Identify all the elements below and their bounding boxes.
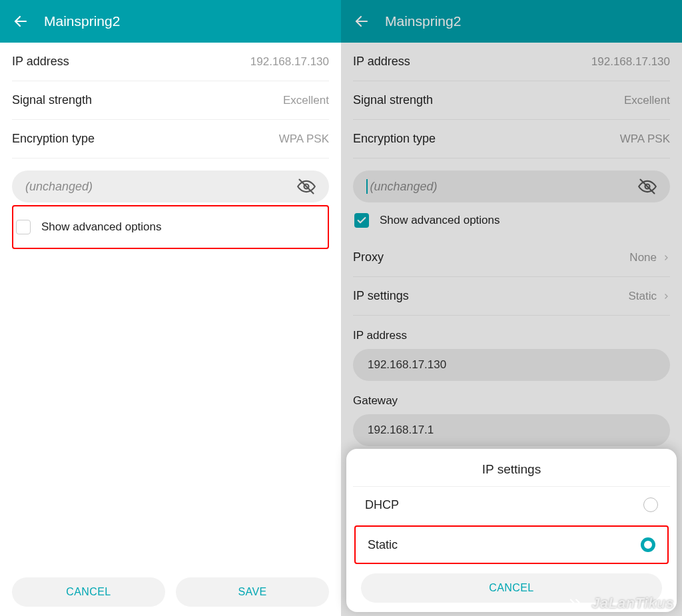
- advanced-label: Show advanced options: [380, 214, 500, 227]
- gateway-field-label: Gateway: [353, 385, 670, 414]
- ip-label: IP address: [353, 55, 410, 69]
- ip-value: 192.168.17.130: [591, 55, 670, 69]
- encryption-value: WPA PSK: [279, 133, 329, 146]
- ip-address-field-label: IP address: [353, 320, 670, 349]
- toggle-visibility-button[interactable]: [297, 177, 316, 196]
- advanced-label: Show advanced options: [41, 220, 162, 234]
- footer-buttons: CANCEL SAVE: [0, 577, 341, 607]
- option-dhcp-label: DHCP: [365, 498, 399, 512]
- back-button[interactable]: [12, 13, 29, 30]
- ip-settings-row[interactable]: IP settings Static: [353, 277, 670, 316]
- ip-row: IP address 192.168.17.130: [12, 43, 329, 81]
- password-input[interactable]: (unchanged): [12, 170, 329, 202]
- ip-settings-label: IP settings: [353, 289, 409, 303]
- radio-selected-icon: [641, 537, 655, 552]
- chevron-right-icon: [662, 292, 670, 300]
- highlight-box-advanced: Show advanced options: [12, 205, 329, 249]
- back-arrow-icon: [13, 13, 29, 29]
- ip-row: IP address 192.168.17.130: [353, 43, 670, 81]
- signal-value: Excellent: [624, 94, 670, 107]
- checkmark-icon: [356, 215, 367, 226]
- signal-label: Signal strength: [353, 93, 433, 107]
- gateway-field: Gateway 192.168.17.1: [353, 385, 670, 446]
- encryption-row: Encryption type WPA PSK: [12, 120, 329, 158]
- proxy-value: None: [629, 251, 657, 264]
- header-bar: Mainspring2: [341, 0, 682, 43]
- ip-settings-sheet: IP settings DHCP Static CANCEL: [346, 449, 677, 612]
- signal-value: Excellent: [283, 94, 329, 107]
- chevron-right-icon: [662, 254, 670, 262]
- save-button[interactable]: SAVE: [176, 577, 329, 607]
- radio-unselected-icon: [643, 497, 658, 512]
- sheet-cancel-button[interactable]: CANCEL: [361, 573, 662, 603]
- page-title: Mainspring2: [385, 13, 461, 29]
- back-button[interactable]: [353, 13, 370, 30]
- page-title: Mainspring2: [44, 13, 120, 29]
- advanced-checkbox[interactable]: [354, 213, 369, 228]
- encryption-label: Encryption type: [353, 132, 436, 146]
- encryption-value: WPA PSK: [620, 133, 670, 146]
- header-bar: Mainspring2: [0, 0, 341, 43]
- eye-off-icon: [638, 177, 657, 196]
- back-arrow-icon: [354, 13, 370, 29]
- ip-value: 192.168.17.130: [250, 55, 329, 69]
- ip-address-field: IP address 192.168.17.130: [353, 320, 670, 381]
- ip-label: IP address: [12, 55, 69, 69]
- option-static[interactable]: Static: [354, 525, 669, 564]
- password-placeholder: (unchanged): [370, 180, 639, 194]
- gateway-input[interactable]: 192.168.17.1: [353, 414, 670, 446]
- signal-row: Signal strength Excellent: [12, 81, 329, 120]
- toggle-visibility-button[interactable]: [638, 177, 657, 196]
- option-dhcp[interactable]: DHCP: [353, 487, 670, 523]
- advanced-checkbox[interactable]: [16, 220, 31, 234]
- left-screenshot: Mainspring2 IP address 192.168.17.130 Si…: [0, 0, 341, 616]
- eye-off-icon: [297, 177, 316, 196]
- proxy-row[interactable]: Proxy None: [353, 238, 670, 277]
- encryption-row: Encryption type WPA PSK: [353, 120, 670, 158]
- ip-settings-value: Static: [628, 290, 657, 303]
- right-screenshot: Mainspring2 IP address 192.168.17.130 Si…: [341, 0, 682, 616]
- text-cursor: [366, 179, 368, 194]
- sheet-title: IP settings: [353, 458, 670, 487]
- password-placeholder: (unchanged): [25, 180, 297, 194]
- option-static-label: Static: [368, 538, 398, 552]
- password-input[interactable]: (unchanged): [353, 170, 670, 202]
- signal-row: Signal strength Excellent: [353, 81, 670, 120]
- signal-label: Signal strength: [12, 93, 92, 107]
- encryption-label: Encryption type: [12, 132, 95, 146]
- proxy-label: Proxy: [353, 250, 384, 264]
- ip-address-input[interactable]: 192.168.17.130: [353, 349, 670, 381]
- cancel-button[interactable]: CANCEL: [12, 577, 165, 607]
